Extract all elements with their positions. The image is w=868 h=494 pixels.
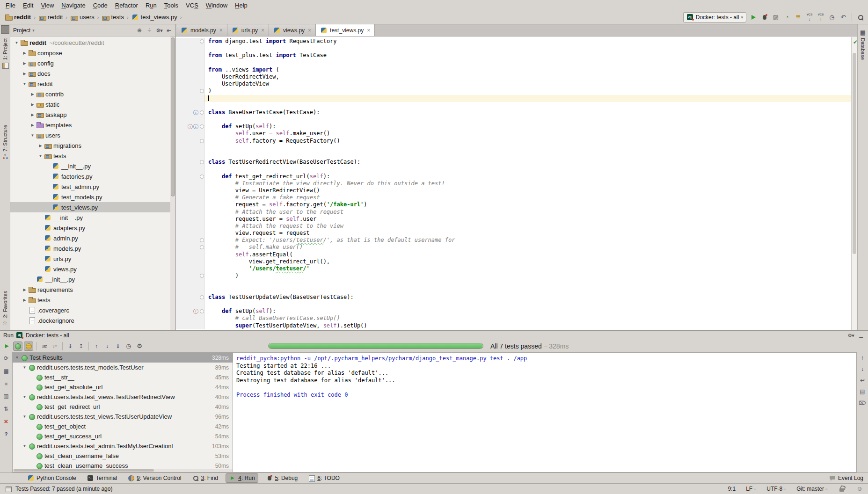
sort-by-duration-icon[interactable] — [50, 341, 59, 351]
sidebar-tab-structure[interactable]: 7: Structure — [1, 125, 9, 160]
next-failed-test-icon[interactable] — [102, 341, 112, 351]
code-line[interactable]: request = self.factory.get('/fake-url') — [176, 201, 851, 208]
editor-tab-test_views.py[interactable]: test_views.py× — [316, 24, 375, 36]
test-tree-item-test_clean_username_false[interactable]: test_clean_username_false53ms — [13, 451, 233, 461]
status-segment-9-1[interactable]: 9:1 — [728, 486, 736, 492]
code-editor[interactable]: from django.test import RequestFactoryfr… — [176, 36, 851, 330]
tree-item-requirements[interactable]: ▶requirements — [10, 284, 175, 295]
tree-expand-arrow[interactable]: ▶ — [21, 298, 28, 302]
code-line[interactable]: from ..views import ( — [176, 66, 851, 73]
code-line[interactable]: self.assertEqual( — [176, 251, 851, 258]
tree-item-static[interactable]: ▶static — [10, 99, 175, 109]
scrollbar-thumb[interactable] — [14, 469, 154, 472]
rollback-icon[interactable] — [839, 14, 847, 21]
fold-marker[interactable] — [199, 244, 204, 251]
menu-item-tools[interactable]: Tools — [160, 1, 182, 10]
project-scrollbar[interactable] — [170, 36, 175, 330]
tree-expand-arrow[interactable]: ▼ — [21, 444, 28, 448]
collapse-all-icon[interactable] — [146, 27, 153, 34]
show-ignored-toggle[interactable] — [24, 341, 33, 351]
run-config-selector[interactable]: Docker: tests - all ▾ — [683, 12, 746, 22]
overrides-marker-icon[interactable]: ↑ — [188, 124, 193, 129]
expand-all-icon[interactable] — [66, 341, 75, 351]
test-tree-item-TestResults[interactable]: ▼Test Results328ms — [13, 353, 233, 363]
tree-item-__init__.py[interactable]: __init__.py — [10, 161, 175, 171]
menu-item-refactor[interactable]: Refactor — [111, 1, 142, 10]
tree-item-admin.py[interactable]: admin.py — [10, 233, 175, 243]
code-line[interactable]: ↑↓ def setUp(self): — [176, 123, 851, 130]
tree-expand-arrow[interactable]: ▶ — [29, 123, 36, 127]
scroll-to-top-icon[interactable] — [859, 354, 866, 362]
fold-marker[interactable] — [199, 109, 204, 116]
search-everywhere-icon[interactable] — [857, 14, 864, 21]
test-results-tree[interactable]: ▼Test Results328ms▼reddit.users.tests.te… — [13, 353, 233, 471]
tree-item-.coveragerc[interactable]: .coveragerc — [10, 305, 175, 315]
editor-scroll-column[interactable] — [851, 37, 857, 330]
code-line[interactable]: from test_plus.test import TestCase — [176, 52, 851, 59]
code-line[interactable]: def test_get_redirect_url(self): — [176, 173, 851, 180]
editor-tab-models.py[interactable]: models.py× — [176, 24, 227, 36]
breadcrumb-item[interactable]: test_views.py — [131, 13, 178, 22]
code-line[interactable] — [176, 152, 851, 159]
overridden-marker-icon[interactable]: ↓ — [193, 110, 198, 115]
fold-marker[interactable] — [199, 123, 204, 130]
profiler-icon[interactable] — [783, 14, 791, 21]
toggle-auto-test-icon[interactable] — [2, 355, 10, 362]
menu-item-navigate[interactable]: Navigate — [58, 1, 89, 10]
code-line[interactable]: UserRedirectView, — [176, 73, 851, 80]
import-test-results-icon[interactable] — [113, 341, 123, 351]
concurrency-diagram-icon[interactable] — [795, 14, 802, 21]
status-segment-git-master[interactable]: Git: master÷ — [796, 486, 828, 492]
code-line[interactable]: UserUpdateView — [176, 80, 851, 87]
tree-item-test_models.py[interactable]: test_models.py — [10, 192, 175, 202]
run-settings-icon[interactable] — [135, 341, 144, 351]
tree-item-compose[interactable]: ▶compose — [10, 48, 175, 58]
run-icon[interactable] — [750, 14, 757, 21]
fold-marker[interactable] — [199, 237, 204, 244]
code-line[interactable]: ) — [176, 272, 851, 279]
tree-expand-arrow[interactable]: ▼ — [21, 414, 28, 419]
print-icon[interactable] — [859, 388, 866, 395]
code-line[interactable]: # Attach the request to the view — [176, 223, 851, 230]
fold-marker[interactable] — [199, 272, 204, 279]
code-line[interactable]: # Instantiate the view directly. Never d… — [176, 180, 851, 187]
code-line[interactable] — [176, 301, 851, 308]
tree-item-reddit[interactable]: ▼reddit — [10, 79, 175, 89]
debug-icon[interactable] — [761, 14, 768, 21]
editor-tab-urls.py[interactable]: urls.py× — [227, 24, 269, 36]
overrides-marker-icon[interactable]: ↑ — [193, 309, 198, 314]
code-line[interactable]: ) — [176, 87, 851, 94]
code-line[interactable] — [176, 116, 851, 123]
test-tree-item-test_get_redirect_url[interactable]: test_get_redirect_url40ms — [13, 402, 233, 412]
breadcrumb-item[interactable]: users — [69, 13, 95, 22]
menu-item-window[interactable]: Window — [202, 1, 231, 10]
menu-item-vcs[interactable]: VCS — [182, 1, 202, 10]
overridden-marker-icon[interactable]: ↓ — [193, 124, 198, 129]
project-panel-title[interactable]: Project — [13, 27, 30, 34]
fold-marker[interactable] — [199, 87, 204, 94]
fold-marker[interactable] — [199, 38, 204, 45]
menu-item-edit[interactable]: Edit — [19, 1, 37, 10]
track-running-test-icon[interactable] — [2, 405, 10, 413]
code-line[interactable]: view = UserRedirectView() — [176, 187, 851, 194]
code-line[interactable]: view.request = request — [176, 230, 851, 237]
vcs-commit-icon[interactable] — [817, 14, 824, 21]
sidebar-tab-favorites[interactable]: 2: Favorites — [1, 291, 9, 327]
tool-window-tab-5-debug[interactable]: 5: Debug — [263, 474, 301, 482]
tree-expand-arrow[interactable]: ▶ — [29, 92, 36, 96]
test-tree-item-test_get_object[interactable]: test_get_object42ms — [13, 421, 233, 431]
hector-inspector-icon[interactable] — [856, 485, 863, 493]
code-line[interactable]: '/users/testuser/' — [176, 265, 851, 272]
tool-window-tab-9-version-control[interactable]: 9: Version Control — [124, 474, 184, 482]
code-line[interactable] — [176, 279, 851, 286]
tree-item-taskapp[interactable]: ▶taskapp — [10, 109, 175, 120]
test-tree-item-reddit.users.tests.test_models.TestUser[interactable]: ▼reddit.users.tests.test_models.TestUser… — [13, 363, 233, 372]
tree-item-urls.py[interactable]: urls.py — [10, 254, 175, 264]
tree-item-.dockerignore[interactable]: .dockerignore — [10, 315, 175, 326]
code-line[interactable]: class TestUserRedirectView(BaseUserTestC… — [176, 159, 851, 166]
tree-item-tests[interactable]: ▶tests — [10, 295, 175, 305]
tree-item-tests[interactable]: ▼tests — [10, 151, 175, 161]
editor-tab-views.py[interactable]: views.py× — [269, 24, 316, 36]
event-log-tab[interactable]: Event Log — [829, 474, 863, 482]
fold-marker[interactable] — [199, 173, 204, 180]
